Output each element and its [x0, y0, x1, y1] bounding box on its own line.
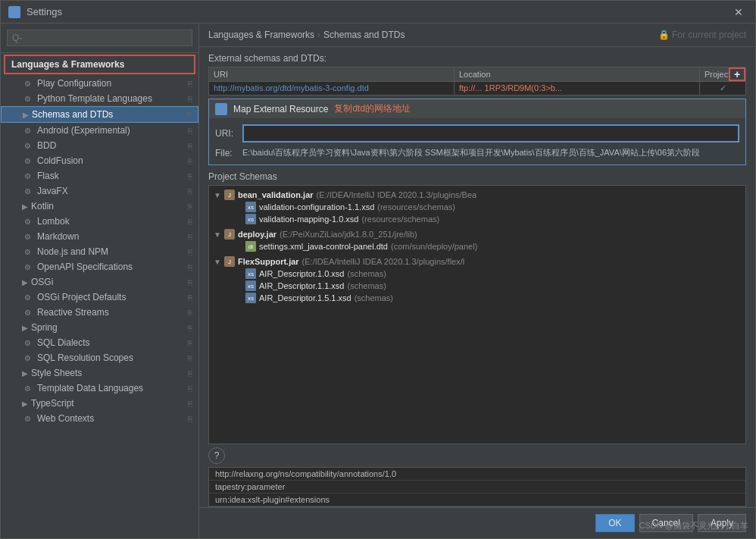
sidebar-item-label: SQL Dialects	[37, 337, 90, 348]
tree-group-path-deploy: (E:/PeiXunZiLiao/jdk1.8.0_251/jre/lib)	[280, 230, 417, 239]
jar-icon-bean: J	[224, 190, 235, 200]
sidebar-item-markdown[interactable]: ⚙ Markdown ⎘	[1, 229, 198, 244]
tree-group-deploy-header[interactable]: ▼ J deploy.jar (E:/PeiXunZiLiao/jdk1.8.0…	[212, 228, 742, 240]
main-panel: Languages & Frameworks › Schemas and DTD…	[199, 24, 755, 538]
jar-icon-flex: J	[224, 256, 235, 267]
sidebar-item-osgi-defaults[interactable]: ⚙ OSGi Project Defaults ⎘	[1, 290, 198, 305]
sidebar-item-label: OSGi	[31, 277, 53, 287]
osgi-defaults-icon: ⚙	[22, 292, 33, 302]
copy-icon-schemas: ⎘	[187, 111, 192, 119]
file-name-validation-config: validation-configuration-1.1.xsd	[259, 202, 374, 212]
sidebar-item-python-template[interactable]: ⚙ Python Template Languages ⎘	[1, 91, 198, 106]
section-languages-frameworks[interactable]: Languages & Frameworks	[4, 55, 195, 74]
external-schemas-section: External schemas and DTDs: URI Location …	[199, 47, 755, 99]
copy-icon-reactive: ⎘	[188, 309, 192, 317]
sidebar-item-style-sheets[interactable]: ▶ Style Sheets ⎘	[1, 365, 198, 381]
sidebar-item-label: Web Contexts	[37, 413, 94, 424]
uri-suggestion-3[interactable]: urn:idea:xslt-plugin#extensions	[209, 494, 745, 506]
openapi-icon: ⚙	[22, 262, 33, 272]
sidebar-item-label: Play Configuration	[37, 78, 111, 89]
expand-arrow-spring: ▶	[22, 324, 28, 332]
dialog-body: URI: File: E:\baidu\百练程序员学习资料\Java资料\第六阶…	[209, 118, 745, 165]
add-schema-button[interactable]: +	[729, 67, 745, 81]
nodejs-icon: ⚙	[22, 246, 33, 257]
external-schemas-title: External schemas and DTDs:	[208, 53, 746, 64]
sidebar-item-lombok[interactable]: ⚙ Lombok ⎘	[1, 214, 198, 229]
tree-child-air-10[interactable]: xs AIR_Descriptor.1.0.xsd (schemas)	[212, 268, 742, 280]
coldfusion-icon: ⚙	[22, 155, 33, 166]
sidebar-item-label: Markdown	[37, 231, 79, 242]
sidebar-item-coldfusion[interactable]: ⚙ ColdFusion ⎘	[1, 153, 198, 168]
main-content: Languages & Frameworks ⚙ Play Configurat…	[1, 24, 755, 538]
uri-suggestion-2[interactable]: tapestry:parameter	[209, 481, 745, 494]
python-template-icon: ⚙	[22, 93, 33, 104]
search-input[interactable]	[7, 30, 192, 46]
sidebar-item-label: Node.js and NPM	[37, 246, 108, 257]
tree-child-air-151[interactable]: xs AIR_Descriptor.1.5.1.xsd (schemas)	[212, 292, 742, 304]
file-name-validation-mapping: validation-mapping-1.0.xsd	[259, 215, 358, 224]
file-path-validation-config: (resources/schemas)	[377, 202, 455, 212]
dialog-title: Map External Resource 复制dtd的网络地址	[209, 99, 745, 118]
file-name-settings-xml: settings.xml_java-control-panel.dtd	[259, 242, 388, 251]
android-icon: ⚙	[22, 125, 33, 136]
sidebar-item-kotlin[interactable]: ▶ Kotlin ⎘	[1, 199, 198, 214]
sidebar-item-template-data[interactable]: ⚙ Template Data Languages ⎘	[1, 381, 198, 396]
ok-button[interactable]: OK	[595, 514, 634, 532]
jar-icon-deploy: J	[224, 229, 235, 240]
tree-arrow-flex: ▼	[214, 258, 221, 266]
sidebar-item-typescript[interactable]: ▶ TypeScript ⎘	[1, 396, 198, 411]
settings-window: Settings ✕ Languages & Frameworks ⚙ Play…	[0, 0, 756, 539]
help-button[interactable]: ?	[208, 447, 225, 464]
tree-child-air-11[interactable]: xs AIR_Descriptor.1.1.xsd (schemas)	[212, 280, 742, 292]
sidebar-item-web-contexts[interactable]: ⚙ Web Contexts ⎘	[1, 411, 198, 426]
tree-group-flex-header[interactable]: ▼ J FlexSupport.jar (E:/IDEA/IntelliJ ID…	[212, 255, 742, 268]
expand-arrow-osgi: ▶	[22, 278, 28, 287]
tree-child-settings-xml[interactable]: dt settings.xml_java-control-panel.dtd (…	[212, 240, 742, 252]
expand-arrow-schemas: ▶	[23, 111, 29, 119]
sidebar-item-spring[interactable]: ▶ Spring ⎘	[1, 320, 198, 335]
uri-suggestion-1[interactable]: http://relaxng.org/ns/compatibility/anno…	[209, 468, 745, 481]
sidebar-item-openapi[interactable]: ⚙ OpenAPI Specifications ⎘	[1, 259, 198, 274]
sidebar-item-sql-dialects[interactable]: ⚙ SQL Dialects ⎘	[1, 335, 198, 350]
uri-row: URI:	[215, 124, 739, 143]
bottom-bar: OK Cancel Apply	[199, 507, 755, 538]
javafx-icon: ⚙	[22, 186, 33, 196]
sql-resolution-icon: ⚙	[22, 353, 33, 363]
sidebar-item-label: Kotlin	[31, 201, 54, 212]
col-header-uri: URI	[209, 67, 455, 81]
sidebar-item-label: OpenAPI Specifications	[37, 262, 133, 272]
sidebar-item-play-config[interactable]: ⚙ Play Configuration ⎘	[1, 76, 198, 91]
uri-input[interactable]	[242, 124, 739, 143]
cancel-button[interactable]: Cancel	[639, 514, 693, 532]
sidebar-item-label: ColdFusion	[37, 155, 83, 166]
sidebar-item-label: BDD	[37, 140, 56, 151]
sidebar-item-sql-resolution[interactable]: ⚙ SQL Resolution Scopes ⎘	[1, 350, 198, 365]
copy-icon-spring: ⎘	[188, 324, 192, 332]
sidebar-item-label: Schemas and DTDs	[32, 109, 113, 120]
tree-group-flex: ▼ J FlexSupport.jar (E:/IDEA/IntelliJ ID…	[212, 255, 742, 304]
schema-row-location: ftp://... 1RP3/RD9M(0:3>b...	[455, 82, 700, 95]
tree-child-validation-mapping[interactable]: xs validation-mapping-1.0.xsd (resources…	[212, 213, 742, 225]
sidebar-item-nodejs[interactable]: ⚙ Node.js and NPM ⎘	[1, 244, 198, 259]
sidebar-item-javafx[interactable]: ⚙ JavaFX ⎘	[1, 183, 198, 199]
tree-group-bean-validation-header[interactable]: ▼ J bean_validation.jar (E:/IDEA/Intelli…	[212, 189, 742, 201]
sidebar-item-android[interactable]: ⚙ Android (Experimental) ⎘	[1, 123, 198, 138]
tree-child-validation-config[interactable]: xs validation-configuration-1.1.xsd (res…	[212, 201, 742, 213]
tree-group-bean-validation: ▼ J bean_validation.jar (E:/IDEA/Intelli…	[212, 189, 742, 225]
file-label: File:	[215, 148, 238, 158]
sidebar-item-bdd[interactable]: ⚙ BDD ⎘	[1, 138, 198, 153]
bdd-icon: ⚙	[22, 140, 33, 151]
file-name-air-10: AIR_Descriptor.1.0.xsd	[259, 269, 345, 278]
close-button[interactable]: ✕	[729, 5, 748, 20]
copy-icon-javafx: ⎘	[188, 187, 192, 196]
sidebar-item-schemas-dtds[interactable]: ▶ Schemas and DTDs ⎘	[1, 106, 198, 123]
sidebar-item-reactive-streams[interactable]: ⚙ Reactive Streams ⎘	[1, 305, 198, 320]
sidebar-item-flask[interactable]: ⚙ Flask ⎘	[1, 168, 198, 183]
apply-button[interactable]: Apply	[698, 514, 746, 532]
copy-icon-python: ⎘	[188, 95, 192, 103]
table-row[interactable]: http://mybatis.org/dtd/mybatis-3-config.…	[208, 82, 746, 96]
copy-hint-text: 复制dtd的网络地址	[334, 102, 411, 115]
schemas-tree: ▼ J bean_validation.jar (E:/IDEA/Intelli…	[208, 185, 746, 444]
sidebar-item-label: JavaFX	[37, 186, 68, 196]
sidebar-item-osgi[interactable]: ▶ OSGi ⎘	[1, 274, 198, 290]
